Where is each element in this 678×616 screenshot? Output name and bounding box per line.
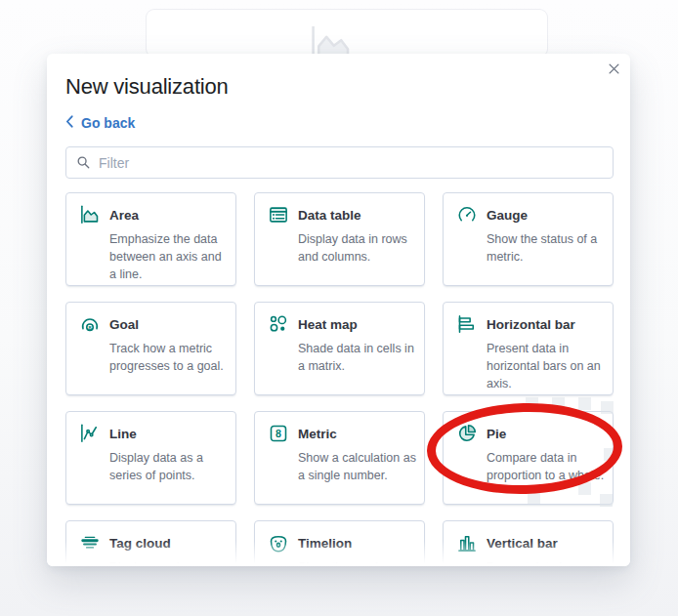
vis-type-title: Tag cloud: [109, 536, 171, 551]
checker-square: [600, 494, 613, 507]
vis-type-title: Pie: [487, 427, 506, 441]
vis-type-description: Show a calculation as a single number.: [298, 449, 416, 484]
vis-type-description: Display word frequency with font size.: [109, 558, 228, 566]
go-back-label: Go back: [81, 115, 135, 131]
checker-square: [528, 491, 540, 504]
area-icon: [80, 205, 100, 225]
line-icon: [80, 424, 100, 443]
vis-type-title: Area: [109, 208, 139, 223]
checker-square: [578, 482, 591, 495]
vis-type-title: Line: [109, 427, 137, 441]
filter-field: [65, 146, 614, 179]
vis-type-card-line[interactable]: Line Display data as a series of points.: [65, 411, 236, 505]
chevron-left-icon: [65, 115, 74, 131]
vis-type-card-vertical-bar[interactable]: Vertical bar Present data in vertical ba…: [443, 520, 614, 566]
svg-text:8: 8: [275, 428, 281, 439]
vis-type-description: Compare data in proportion to a whole.: [487, 449, 605, 484]
gauge-icon: [457, 205, 477, 225]
vis-type-card-area[interactable]: Area Emphasize the data between an axis …: [65, 192, 236, 286]
vis-type-description: Shade data in cells in a matrix.: [298, 340, 416, 375]
vis-type-title: Horizontal bar: [487, 317, 575, 332]
pie-icon: [457, 424, 477, 443]
vis-type-title: Data table: [298, 208, 361, 223]
vis-type-description: Present data in vertical bars on an axis…: [487, 558, 605, 566]
vis-type-card-goal[interactable]: 8 Goal Track how a metric progresses to …: [65, 302, 236, 395]
checker-square: [578, 397, 591, 410]
vis-type-description: Display data in rows and columns.: [298, 230, 416, 266]
timelion-icon: [269, 533, 288, 553]
vis-type-title: Gauge: [487, 208, 528, 223]
checker-square: [526, 397, 538, 410]
vis-type-description: Track how a metric progresses to a goal.: [109, 340, 228, 375]
heatmap-icon: [269, 314, 288, 334]
vis-type-description: Display data as a series of points.: [109, 449, 228, 484]
metric-icon: 8: [269, 424, 288, 443]
vis-type-description: Present data in horizontal bars on an ax…: [487, 340, 605, 392]
vis-type-description: Emphasize the data between an axis and a…: [109, 230, 228, 283]
vis-type-card-tag-cloud[interactable]: Tag cloud Display word frequency with fo…: [65, 520, 236, 566]
search-icon: [76, 155, 91, 170]
page-title: New visualization: [65, 73, 614, 100]
new-visualization-modal: New visualization Go back Area Emphasize…: [47, 54, 630, 566]
vis-type-title: Heat map: [298, 317, 358, 332]
close-icon[interactable]: [605, 60, 622, 77]
vis-type-title: Vertical bar: [487, 536, 558, 551]
vis-type-card-timelion[interactable]: Timelion Show time series data on a grap…: [254, 520, 425, 566]
svg-text:8: 8: [88, 324, 92, 331]
horizontal-bar-icon: [457, 314, 477, 334]
vis-type-title: Timelion: [298, 536, 352, 551]
checker-square: [552, 397, 565, 410]
vertical-bar-icon: [457, 533, 477, 553]
vis-type-card-heat-map[interactable]: Heat map Shade data in cells in a matrix…: [254, 302, 425, 395]
checker-square: [604, 448, 616, 461]
go-back-link[interactable]: Go back: [65, 115, 135, 131]
vis-type-description: Show time series data on a graph.: [298, 558, 416, 566]
vis-type-title: Goal: [109, 317, 139, 332]
vis-type-card-data-table[interactable]: Data table Display data in rows and colu…: [254, 192, 425, 286]
checker-square: [601, 401, 614, 414]
vis-type-card-metric[interactable]: 8 Metric Show a calculation as a single …: [254, 411, 425, 505]
vis-type-title: Metric: [298, 427, 337, 441]
vis-type-card-horizontal-bar[interactable]: Horizontal bar Present data in horizonta…: [443, 302, 614, 395]
vis-type-description: Show the status of a metric.: [487, 230, 605, 266]
vis-type-card-gauge[interactable]: Gauge Show the status of a metric.: [443, 192, 614, 286]
visualization-type-grid: Area Emphasize the data between an axis …: [65, 192, 614, 566]
data-table-icon: [269, 205, 288, 225]
goal-icon: 8: [80, 314, 100, 334]
tag-cloud-icon: [80, 533, 100, 553]
filter-input[interactable]: [99, 155, 603, 171]
